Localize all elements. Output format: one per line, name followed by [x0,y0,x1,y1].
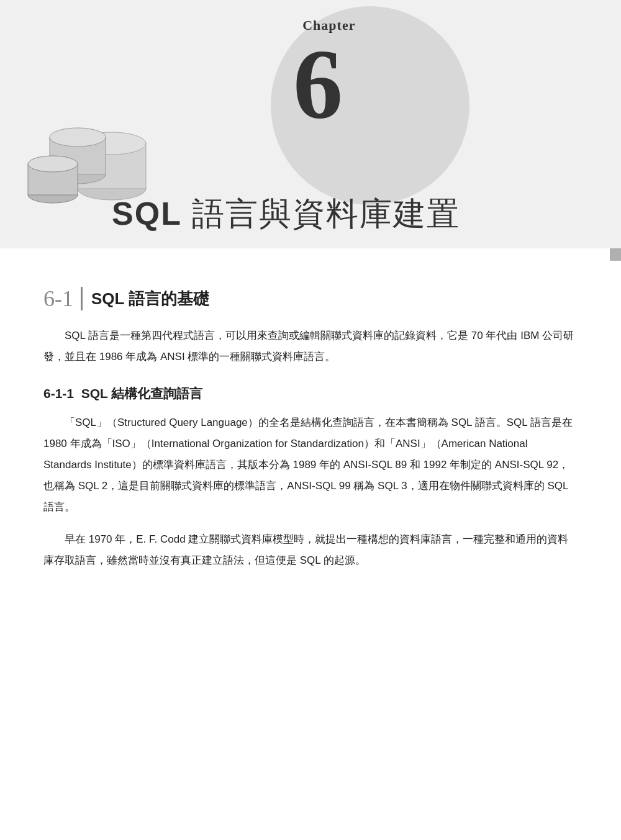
section-6-1-1-title: SQL 結構化查詢語言 [81,386,203,400]
section-6-1-1-header: 6-1-1 SQL 結構化查詢語言 [43,385,578,402]
page-title-sql: SQL [112,196,182,232]
page-container: Chapter 6 SQL 語言與資料庫建置 [0,0,621,840]
page-title-rest: 語言與資料庫建置 [182,196,460,232]
section-6-1-1-paragraph-1: 「SQL」（Structured Query Language）的全名是結構化查… [43,412,578,518]
section-6-1-intro: SQL 語言是一種第四代程式語言，可以用來查詢或編輯關聯式資料庫的記錄資料，它是… [43,325,578,368]
section-divider [81,287,83,310]
content-area: 6-1 SQL 語言的基礎 SQL 語言是一種第四代程式語言，可以用來查詢或編輯… [0,248,621,620]
section-6-1-1-paragraph-2: 早在 1970 年，E. F. Codd 建立關聯式資料庫模型時，就提出一種構想… [43,529,578,571]
section-6-1-number: 6-1 [43,286,73,312]
section-6-1-1-number: 6-1-1 [43,386,81,400]
chapter-number: 6 [293,34,343,133]
cylinders-icon [19,84,155,209]
svg-point-8 [28,156,78,172]
section-6-1-header: 6-1 SQL 語言的基礎 [43,286,578,312]
page-title: SQL 語言與資料庫建置 [112,192,602,236]
section-6-1-title: SQL 語言的基礎 [91,288,209,310]
header-section: Chapter 6 SQL 語言與資料庫建置 [0,0,621,248]
svg-point-5 [50,128,106,147]
